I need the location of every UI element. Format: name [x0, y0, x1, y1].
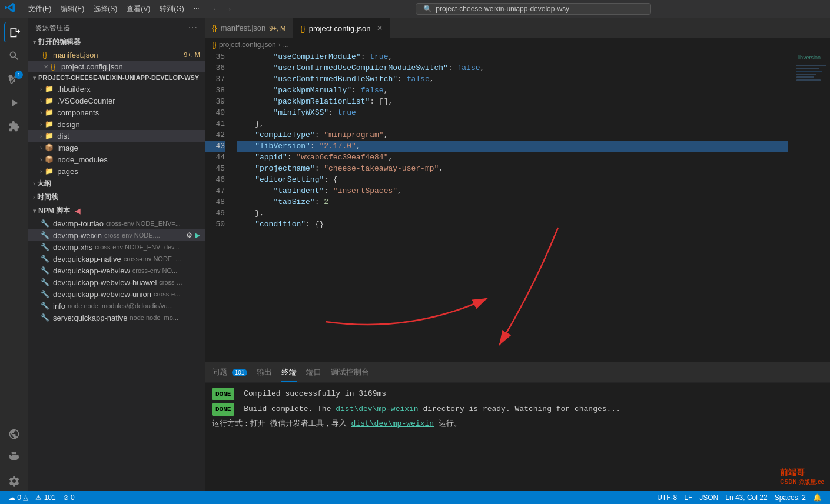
status-notifications[interactable]: 🔔: [809, 493, 825, 502]
dist-link-1[interactable]: dist\dev\mp-weixin: [336, 405, 418, 413]
manifest-tab-label: manifest.json: [221, 24, 266, 32]
menu-goto[interactable]: 转到(G): [156, 3, 187, 15]
folder-components[interactable]: › 📁 components: [28, 106, 205, 118]
breadcrumb-more[interactable]: ...: [283, 41, 289, 49]
activity-extensions[interactable]: [4, 116, 24, 136]
nav-back[interactable]: ←: [213, 4, 221, 14]
terminal-line-3: 运行方式：打开 微信开发者工具，导入 dist\dev\mp-weixin 运行…: [212, 418, 823, 430]
menu-view[interactable]: 查看(V): [123, 3, 154, 15]
panel-content[interactable]: DONE Compiled successfully in 3169ms DON…: [205, 383, 830, 491]
status-warnings[interactable]: ⊘ 0: [59, 493, 78, 502]
status-eol[interactable]: LF: [680, 493, 696, 502]
status-bar-right: UTF-8 LF JSON Ln 43, Col 22 Spaces: 2 🔔: [653, 493, 825, 502]
npm-section[interactable]: ▾ NPM 脚本 ◀: [28, 204, 205, 218]
script-icon-9: 🔧: [40, 313, 49, 322]
node-modules-label: node_modules: [57, 155, 107, 164]
panel-tab-ports[interactable]: 端口: [306, 363, 321, 381]
status-language[interactable]: JSON: [696, 493, 722, 502]
outline-section[interactable]: › 大纲: [28, 177, 205, 191]
npm-script-dev-mp-weixin[interactable]: 🔧 dev:mp-weixin cross-env NODE.... ⚙ ▶: [28, 229, 205, 241]
code-line-49: },: [237, 208, 788, 219]
dist-link-2[interactable]: dist\dev\mp-weixin: [351, 419, 434, 428]
status-spaces[interactable]: Spaces: 2: [771, 493, 809, 502]
script-icon-7: 🔧: [40, 289, 49, 299]
folder-pages[interactable]: › 📁 pages: [28, 165, 205, 177]
folder-image[interactable]: › 📦 image: [28, 142, 205, 153]
npm-script-dev-mp-toutiao[interactable]: 🔧 dev:mp-toutiao cross-env NODE_ENV=...: [28, 218, 205, 229]
activity-settings[interactable]: [4, 471, 24, 491]
ports-label: 端口: [306, 368, 321, 376]
menu-edit[interactable]: 编辑(E): [57, 3, 88, 15]
gear-icon[interactable]: ⚙: [186, 231, 192, 239]
minimap-highlighted-line: [796, 71, 822, 72]
minimap-label: libVersion: [796, 54, 829, 62]
project-section[interactable]: ▾ PROJECT-CHEESE-WEIXIN-UNIAPP-DEVELOP-W…: [28, 72, 205, 83]
npm-script-dev-quickapp-webview-huawei[interactable]: 🔧 dev:quickapp-webview-huawei cross-...: [28, 276, 205, 288]
status-errors[interactable]: ⚠ 101: [32, 493, 59, 502]
menu-more[interactable]: ···: [190, 3, 203, 15]
menu-select[interactable]: 选择(S): [90, 3, 121, 15]
npm-script-dev-quickapp-native[interactable]: 🔧 dev:quickapp-native cross-env NODE_...: [28, 253, 205, 265]
breadcrumb-filename[interactable]: project.config.json: [219, 41, 276, 49]
timeline-section[interactable]: › 时间线: [28, 191, 205, 204]
svg-rect-0: [9, 455, 11, 456]
sidebar-content: ▾ 打开的编辑器 {} manifest.json 9+, M ✕ {} pro…: [28, 35, 205, 491]
status-encoding[interactable]: UTF-8: [653, 493, 680, 502]
code-content[interactable]: "useCompilerModule": true, "userConfirme…: [230, 51, 795, 362]
breadcrumb: {} project.config.json › ...: [205, 38, 830, 51]
tab-close-project-config[interactable]: ✕: [377, 24, 383, 32]
status-git[interactable]: ☁ 0 △: [5, 493, 32, 502]
pages-folder-icon: 📁: [44, 166, 54, 176]
code-line-42: "compileType": "miniprogram",: [237, 129, 788, 141]
folder-hbuilderx[interactable]: › 📁 .hbuilderx: [28, 83, 205, 95]
activity-source-control[interactable]: 1: [4, 69, 24, 89]
status-position[interactable]: Ln 43, Col 22: [722, 493, 771, 502]
panel-tab-problems[interactable]: 问题 101: [212, 363, 247, 381]
panel-tab-output[interactable]: 输出: [257, 363, 272, 381]
folder-dist[interactable]: › 📁 dist: [28, 130, 205, 142]
tab-manifest[interactable]: {} manifest.json 9+, M: [205, 18, 293, 38]
npm-script-dev-quickapp-webview-union[interactable]: 🔧 dev:quickapp-webview-union cross-e...: [28, 288, 205, 300]
nav-forward[interactable]: →: [224, 4, 233, 14]
npm-script-serve-quickapp-native[interactable]: 🔧 serve:quickapp-native node node_mo...: [28, 312, 205, 323]
npm-script-6-name: dev:quickapp-webview-huawei: [53, 278, 157, 287]
watermark-line2: CSDN @版屋.cc: [780, 478, 824, 486]
components-arrow: ›: [40, 109, 42, 116]
title-bar-menu: 文件(F) 编辑(E) 选择(S) 查看(V) 转到(G) ···: [25, 3, 203, 15]
sidebar-options[interactable]: ···: [188, 22, 198, 33]
terminal-label: 终端: [281, 368, 297, 376]
open-file-manifest[interactable]: {} manifest.json 9+, M: [28, 49, 205, 61]
play-icon[interactable]: ▶: [195, 231, 200, 239]
code-line-41: },: [237, 118, 788, 129]
minimap: libVersion: [795, 51, 830, 362]
tab-bar: {} manifest.json 9+, M {} project.config…: [205, 18, 830, 38]
panel-tab-terminal[interactable]: 终端: [281, 363, 297, 382]
open-editors-section[interactable]: ▾ 打开的编辑器: [28, 35, 205, 49]
manifest-filename: manifest.json: [53, 51, 98, 59]
menu-file[interactable]: 文件(F): [25, 3, 55, 15]
project-config-close-icon[interactable]: ✕: [44, 64, 48, 70]
npm-script-dev-quickapp-webview[interactable]: 🔧 dev:quickapp-webview cross-env NO...: [28, 265, 205, 276]
activity-docker[interactable]: [4, 448, 24, 468]
open-file-project-config[interactable]: ✕ {} project.config.json: [28, 61, 205, 72]
activity-search[interactable]: [4, 46, 24, 66]
code-editor[interactable]: 35 36 37 38 39 40 41 42 43 44 45 46 47 4…: [205, 51, 830, 362]
code-line-50: "condition": {}: [237, 219, 788, 230]
code-line-37: "userConfirmedBundleSwitch": false,: [237, 74, 788, 85]
code-line-36: "userConfirmedUseCompilerModuleSwitch": …: [237, 62, 788, 74]
tab-project-config[interactable]: {} project.config.json ✕: [293, 18, 390, 38]
npm-script-info[interactable]: 🔧 info node node_modules/@dcloudio/vu...: [28, 300, 205, 312]
activity-remote[interactable]: [4, 424, 24, 444]
activity-run[interactable]: [4, 93, 24, 113]
activity-explorer[interactable]: [4, 22, 24, 42]
folder-vscodecounter[interactable]: › 📁 .VSCodeCounter: [28, 95, 205, 106]
code-line-38: "packNpmManually": false,: [237, 85, 788, 96]
folder-design[interactable]: › 📁 design: [28, 118, 205, 130]
npm-script-1-cmd: cross-env NODE_ENV=...: [106, 220, 181, 227]
design-arrow: ›: [40, 121, 42, 128]
folder-node-modules[interactable]: › 📦 node_modules: [28, 153, 205, 165]
npm-script-dev-mp-xhs[interactable]: 🔧 dev:mp-xhs cross-env NODE_ENV=dev...: [28, 241, 205, 253]
code-line-46: "editorSetting": {: [237, 174, 788, 185]
search-box[interactable]: 🔍 project-cheese-weixin-uniapp-develop-w…: [416, 3, 651, 15]
panel-tab-debug-console[interactable]: 调试控制台: [331, 363, 369, 381]
